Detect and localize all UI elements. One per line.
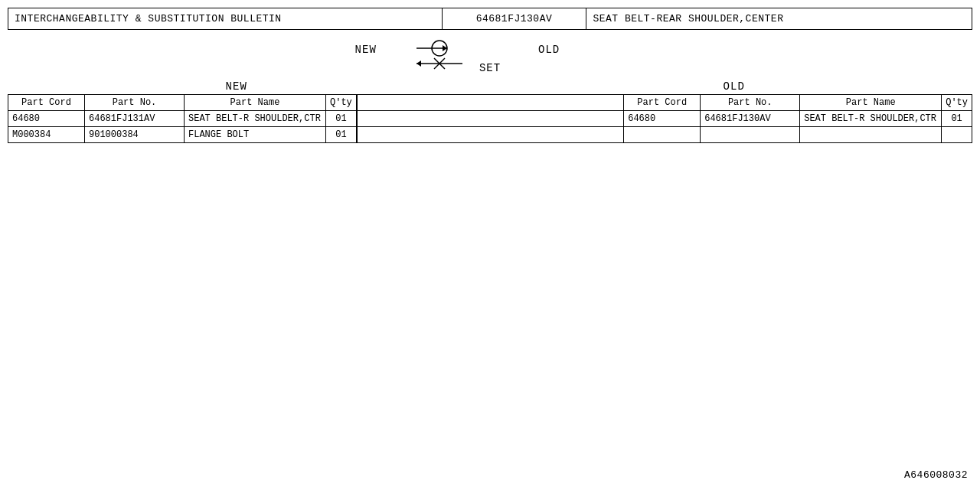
new-part-cord-cell: 64680 — [8, 111, 85, 127]
table-divider-header — [357, 95, 624, 111]
table-divider-cell — [357, 127, 624, 143]
main-table: Part Cord Part No. Part Name Q'ty Part C… — [8, 94, 972, 143]
set-label: SET — [479, 62, 501, 74]
direction-old-label: OLD — [538, 44, 560, 56]
direction-new-label: NEW — [355, 44, 377, 56]
header-table: INTERCHANGEABILITY & SUBSTITUTION BULLET… — [8, 8, 972, 30]
section-old-label: OLD — [480, 80, 972, 93]
table-divider-cell — [357, 111, 624, 127]
new-qty-cell: 01 — [326, 127, 357, 143]
header-old-qty: Q'ty — [942, 95, 972, 111]
old-qty-cell: 01 — [942, 111, 972, 127]
header-part-number: 64681FJ130AV — [442, 8, 586, 30]
header-bulletin-label: INTERCHANGEABILITY & SUBSTITUTION BULLET… — [8, 8, 443, 30]
old-part-no-cell: 64681FJ130AV — [701, 111, 800, 127]
header-new-qty: Q'ty — [326, 95, 357, 111]
header-new-part-name: Part Name — [185, 95, 326, 111]
old-part-name-cell: SEAT BELT-R SHOULDER,CTR — [800, 111, 942, 127]
header-new-part-cord: Part Cord — [8, 95, 85, 111]
table-row: 64680 64681FJ131AV SEAT BELT-R SHOULDER,… — [8, 111, 972, 127]
new-part-no-cell: 901000384 — [85, 127, 185, 143]
new-part-cord-cell: M000384 — [8, 127, 85, 143]
old-qty-cell — [942, 127, 972, 143]
new-qty-cell: 01 — [326, 111, 357, 127]
header-old-part-cord: Part Cord — [624, 95, 701, 111]
old-part-cord-cell: 64680 — [624, 111, 701, 127]
new-part-name-cell: SEAT BELT-R SHOULDER,CTR — [185, 111, 326, 127]
header-old-part-name: Part Name — [800, 95, 942, 111]
section-labels: NEW OLD — [8, 80, 972, 93]
header-description: SEAT BELT-REAR SHOULDER,CENTER — [586, 8, 972, 30]
header-old-part-no: Part No. — [701, 95, 800, 111]
old-part-name-cell — [800, 127, 942, 143]
old-part-no-cell — [701, 127, 800, 143]
new-part-name-cell: FLANGE BOLT — [185, 127, 326, 143]
table-row: M000384 901000384 FLANGE BOLT 01 — [8, 127, 972, 143]
header-new-part-no: Part No. — [85, 95, 185, 111]
new-part-no-cell: 64681FJ131AV — [85, 111, 185, 127]
old-part-cord-cell — [624, 127, 701, 143]
page-container: INTERCHANGEABILITY & SUBSTITUTION BULLET… — [0, 0, 980, 490]
section-new-label: NEW — [8, 80, 480, 93]
footer-code: A646008032 — [904, 469, 968, 481]
